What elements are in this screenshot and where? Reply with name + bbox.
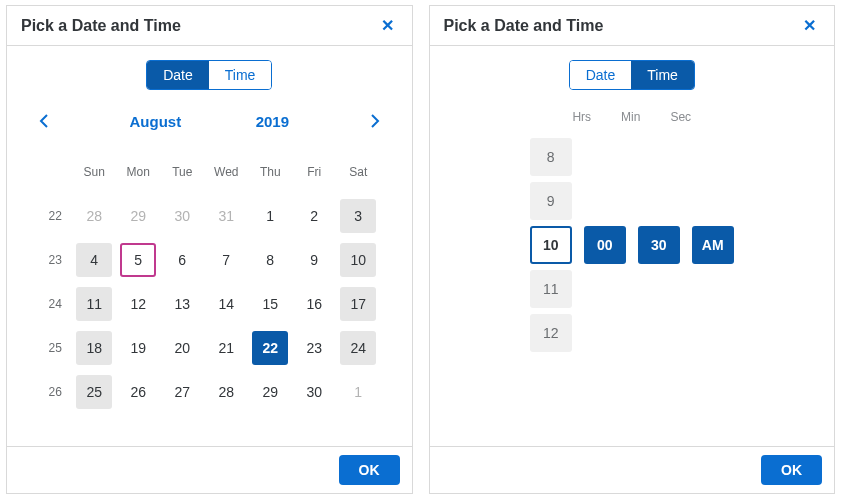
hour-cell[interactable]: 9 bbox=[530, 182, 572, 220]
calendar-day[interactable]: 10 bbox=[340, 243, 376, 277]
calendar-day[interactable]: 21 bbox=[208, 331, 244, 365]
calendar-day[interactable]: 30 bbox=[296, 375, 332, 409]
hours-column: 89101112 bbox=[530, 138, 572, 352]
week-number: 23 bbox=[38, 253, 72, 267]
dialog-header: Pick a Date and Time ✕ bbox=[7, 6, 412, 46]
calendar-grid: SunMonTueWedThuFriSat2228293031123234567… bbox=[21, 150, 398, 414]
hours-label: Hrs bbox=[572, 110, 591, 124]
calendar-day[interactable]: 4 bbox=[76, 243, 112, 277]
calendar-day[interactable]: 29 bbox=[120, 199, 156, 233]
date-time-segmented-control: Date Time bbox=[569, 60, 695, 90]
calendar-day[interactable]: 27 bbox=[164, 375, 200, 409]
dialog-title: Pick a Date and Time bbox=[21, 17, 181, 35]
calendar-day[interactable]: 22 bbox=[252, 331, 288, 365]
weekday-label: Sat bbox=[336, 165, 380, 179]
calendar-day[interactable]: 7 bbox=[208, 243, 244, 277]
calendar-day[interactable]: 12 bbox=[120, 287, 156, 321]
calendar-day[interactable]: 8 bbox=[252, 243, 288, 277]
close-icon[interactable]: ✕ bbox=[377, 16, 398, 35]
hour-cell[interactable]: 8 bbox=[530, 138, 572, 176]
calendar-day[interactable]: 13 bbox=[164, 287, 200, 321]
time-column-headers: Hrs Min Sec bbox=[430, 110, 835, 124]
calendar-day[interactable]: 16 bbox=[296, 287, 332, 321]
calendar-day[interactable]: 28 bbox=[76, 199, 112, 233]
dialog-title: Pick a Date and Time bbox=[444, 17, 604, 35]
calendar-day[interactable]: 11 bbox=[76, 287, 112, 321]
calendar-day[interactable]: 2 bbox=[296, 199, 332, 233]
minutes-label: Min bbox=[621, 110, 640, 124]
calendar-day[interactable]: 26 bbox=[120, 375, 156, 409]
week-number: 24 bbox=[38, 297, 72, 311]
weekday-label: Mon bbox=[116, 165, 160, 179]
calendar-day[interactable]: 23 bbox=[296, 331, 332, 365]
calendar-day[interactable]: 15 bbox=[252, 287, 288, 321]
calendar-day[interactable]: 31 bbox=[208, 199, 244, 233]
calendar-day[interactable]: 14 bbox=[208, 287, 244, 321]
week-number: 22 bbox=[38, 209, 72, 223]
calendar-day[interactable]: 1 bbox=[340, 375, 376, 409]
calendar-day[interactable]: 20 bbox=[164, 331, 200, 365]
calendar-day[interactable]: 30 bbox=[164, 199, 200, 233]
month-selector[interactable]: August bbox=[129, 113, 181, 130]
calendar-day[interactable]: 19 bbox=[120, 331, 156, 365]
tab-time[interactable]: Time bbox=[631, 61, 694, 89]
dialog-header: Pick a Date and Time ✕ bbox=[430, 6, 835, 46]
calendar-day[interactable]: 24 bbox=[340, 331, 376, 365]
ok-button[interactable]: OK bbox=[761, 455, 822, 485]
weekday-label: Sun bbox=[72, 165, 116, 179]
time-picker-panel: Pick a Date and Time ✕ Date Time Hrs Min… bbox=[429, 5, 836, 494]
weekday-label: Fri bbox=[292, 165, 336, 179]
calendar-day[interactable]: 6 bbox=[164, 243, 200, 277]
second-cell[interactable]: 30 bbox=[638, 226, 680, 264]
weekday-label: Wed bbox=[204, 165, 248, 179]
date-time-segmented-control: Date Time bbox=[146, 60, 272, 90]
seconds-label: Sec bbox=[670, 110, 691, 124]
tab-date[interactable]: Date bbox=[147, 61, 209, 89]
minutes-column: 00 bbox=[584, 138, 626, 264]
ampm-column: AM bbox=[692, 138, 734, 264]
hour-cell[interactable]: 12 bbox=[530, 314, 572, 352]
hour-cell[interactable]: 11 bbox=[530, 270, 572, 308]
calendar-day[interactable]: 17 bbox=[340, 287, 376, 321]
calendar-day[interactable]: 1 bbox=[252, 199, 288, 233]
calendar-day[interactable]: 5 bbox=[120, 243, 156, 277]
weekday-label: Thu bbox=[248, 165, 292, 179]
calendar-day[interactable]: 3 bbox=[340, 199, 376, 233]
week-number: 25 bbox=[38, 341, 72, 355]
calendar-day[interactable]: 28 bbox=[208, 375, 244, 409]
seconds-column: 30 bbox=[638, 138, 680, 264]
week-number: 26 bbox=[38, 385, 72, 399]
close-icon[interactable]: ✕ bbox=[799, 16, 820, 35]
prev-month-icon[interactable] bbox=[35, 110, 55, 132]
calendar-day[interactable]: 25 bbox=[76, 375, 112, 409]
ampm-cell[interactable]: AM bbox=[692, 226, 734, 264]
tab-date[interactable]: Date bbox=[570, 61, 632, 89]
calendar-day[interactable]: 29 bbox=[252, 375, 288, 409]
date-picker-panel: Pick a Date and Time ✕ Date Time August … bbox=[6, 5, 413, 494]
calendar-day[interactable]: 18 bbox=[76, 331, 112, 365]
hour-cell[interactable]: 10 bbox=[530, 226, 572, 264]
next-month-icon[interactable] bbox=[364, 110, 384, 132]
ok-button[interactable]: OK bbox=[339, 455, 400, 485]
tab-time[interactable]: Time bbox=[209, 61, 272, 89]
calendar-day[interactable]: 9 bbox=[296, 243, 332, 277]
year-selector[interactable]: 2019 bbox=[256, 113, 289, 130]
minute-cell[interactable]: 00 bbox=[584, 226, 626, 264]
weekday-label: Tue bbox=[160, 165, 204, 179]
